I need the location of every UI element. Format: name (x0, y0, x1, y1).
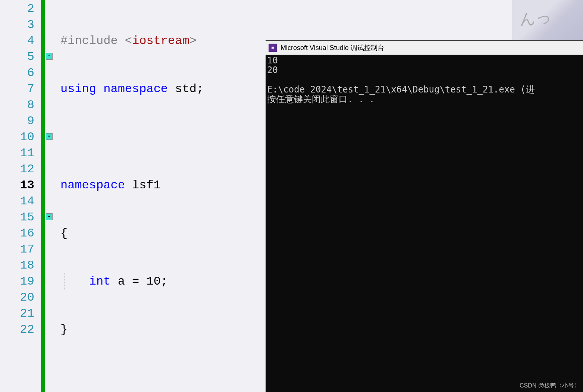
line-number: 19 (0, 273, 34, 289)
line-number-current: 13 (0, 177, 34, 193)
line-number: 3 (0, 17, 34, 33)
output-prompt: 按任意键关闭此窗口. . . (267, 94, 374, 104)
console-titlebar[interactable]: ⊞ Microsoft Visual Studio 调试控制台 (266, 41, 583, 55)
line-number: 21 (0, 305, 34, 322)
line-number: 2 (0, 1, 34, 17)
fold-toggle-icon[interactable]: - (46, 53, 53, 60)
line-number: 8 (0, 97, 34, 113)
line-number: 6 (0, 65, 34, 81)
console-title: Microsoft Visual Studio 调试控制台 (280, 43, 384, 52)
fold-toggle-icon[interactable]: - (46, 213, 53, 220)
line-number: 14 (0, 193, 34, 209)
line-number: 17 (0, 241, 34, 257)
line-number: 20 (0, 289, 34, 305)
debug-console-window[interactable]: ⊞ Microsoft Visual Studio 调试控制台 10 20 E:… (266, 40, 583, 392)
line-number: 5 (0, 49, 34, 65)
console-output[interactable]: 10 20 E:\code 2024\test_1_21\x64\Debug\t… (266, 55, 583, 105)
visual-studio-icon: ⊞ (269, 44, 277, 52)
line-number: 18 (0, 257, 34, 273)
line-number: 11 (0, 145, 34, 161)
output-line: 10 (267, 55, 278, 66)
output-path: E:\code 2024\test_1_21\x64\Debug\test_1_… (267, 84, 535, 95)
line-number: 12 (0, 161, 34, 177)
line-number: 7 (0, 81, 34, 97)
line-number-gutter: 2 3 4 5 6 7 8 9 10 11 12 13 14 15 16 17 … (0, 0, 41, 392)
fold-toggle-icon[interactable]: - (46, 133, 53, 140)
line-number: 16 (0, 225, 34, 241)
line-number: 15 (0, 209, 34, 225)
line-number: 4 (0, 33, 34, 49)
change-indicator-bar (41, 0, 45, 392)
watermark-text: CSDN @板鸭〈小号〉 (520, 382, 580, 390)
line-number: 9 (0, 113, 34, 129)
fold-column: - - - (45, 0, 53, 392)
line-number: 22 (0, 322, 34, 338)
line-number: 10 (0, 129, 34, 145)
output-line: 20 (267, 65, 278, 75)
